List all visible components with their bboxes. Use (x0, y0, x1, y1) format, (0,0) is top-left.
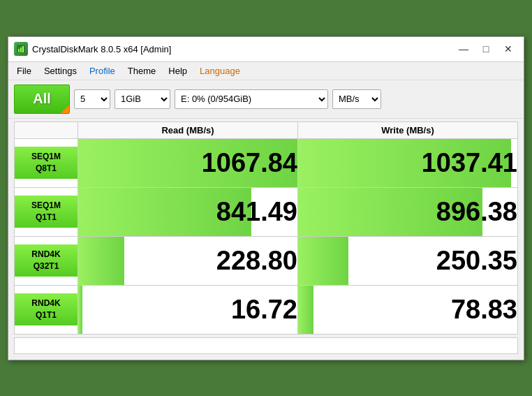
col-header-label (15, 122, 78, 138)
row-read-3: 16.72 (78, 285, 298, 334)
menu-profile[interactable]: Profile (84, 64, 121, 78)
menu-file[interactable]: File (11, 64, 37, 78)
toolbar: All 5 1 3 10 1GiB 512MiB 2GiB 4GiB E: 0%… (8, 80, 524, 119)
results-table: Read (MB/s) Write (MB/s) SEQ1MQ8T11067.8… (14, 122, 518, 335)
row-label-3: RND4KQ1T1 (15, 285, 78, 334)
window-title: CrystalDiskMark 8.0.5 x64 [Admin] (32, 44, 171, 54)
menu-settings[interactable]: Settings (38, 64, 82, 78)
table-row: RND4KQ1T116.7278.83 (15, 285, 518, 334)
row-write-3: 78.83 (298, 285, 518, 334)
title-bar-left: CrystalDiskMark 8.0.5 x64 [Admin] (14, 42, 171, 56)
svg-rect-2 (20, 47, 22, 52)
app-icon (14, 42, 28, 56)
row-label-0: SEQ1MQ8T1 (15, 138, 78, 187)
menu-help[interactable]: Help (163, 64, 193, 78)
row-write-1: 896.38 (298, 187, 518, 236)
menu-bar: File Settings Profile Theme Help Languag… (8, 62, 524, 80)
row-label-2: RND4KQ32T1 (15, 236, 78, 285)
title-bar: CrystalDiskMark 8.0.5 x64 [Admin] — □ ✕ (8, 37, 524, 62)
menu-language[interactable]: Language (194, 64, 246, 78)
svg-rect-1 (18, 49, 20, 52)
row-write-0: 1037.41 (298, 138, 518, 187)
table-row: SEQ1MQ8T11067.841037.41 (15, 138, 518, 187)
drive-select[interactable]: E: 0% (0/954GiB) (175, 89, 328, 109)
table-row: RND4KQ32T1228.80250.35 (15, 236, 518, 285)
row-label-1: SEQ1MQ1T1 (15, 187, 78, 236)
unit-select[interactable]: MB/s GB/s IOPS μs (332, 89, 381, 109)
col-header-read: Read (MB/s) (78, 122, 298, 138)
maximize-button[interactable]: □ (476, 41, 496, 57)
minimize-button[interactable]: — (454, 41, 473, 57)
row-read-1: 841.49 (78, 187, 298, 236)
main-content: Read (MB/s) Write (MB/s) SEQ1MQ8T11067.8… (8, 119, 524, 360)
count-select[interactable]: 5 1 3 10 (74, 89, 110, 109)
row-write-2: 250.35 (298, 236, 518, 285)
svg-rect-3 (22, 46, 24, 52)
title-bar-controls: — □ ✕ (454, 41, 518, 57)
row-read-2: 228.80 (78, 236, 298, 285)
table-row: SEQ1MQ1T1841.49896.38 (15, 187, 518, 236)
main-window: CrystalDiskMark 8.0.5 x64 [Admin] — □ ✕ … (8, 36, 524, 360)
close-button[interactable]: ✕ (498, 41, 518, 57)
row-read-0: 1067.84 (78, 138, 298, 187)
col-header-write: Write (MB/s) (298, 122, 518, 138)
all-button[interactable]: All (14, 85, 70, 114)
size-select[interactable]: 1GiB 512MiB 2GiB 4GiB (114, 89, 170, 109)
menu-theme[interactable]: Theme (122, 64, 161, 78)
status-bar (14, 337, 518, 354)
